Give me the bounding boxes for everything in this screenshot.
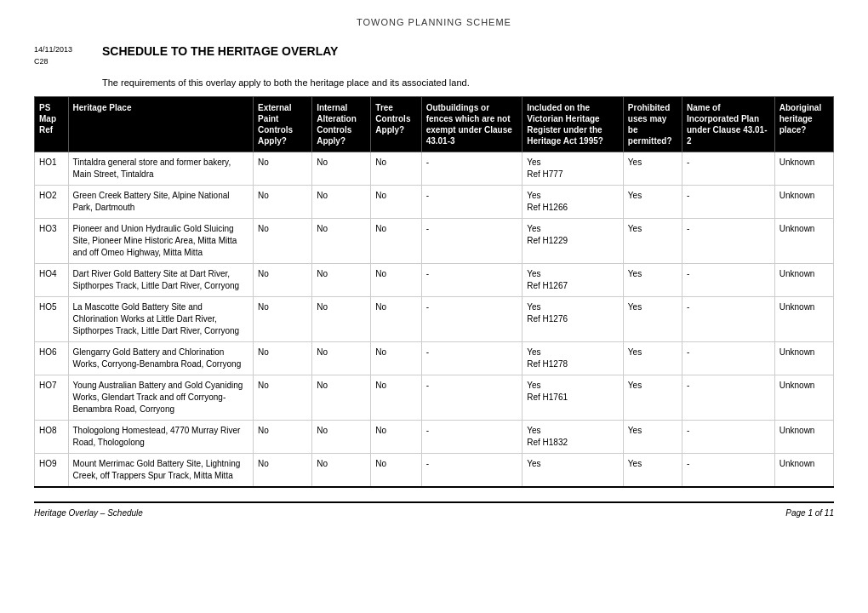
table-row: HO4Dart River Gold Battery Site at Dart … [35, 264, 834, 297]
col-header-proh: Prohibited uses may be permitted? [623, 97, 682, 152]
date-ref: 14/11/2013 C28 [34, 44, 94, 67]
footer-right: Page 1 of 11 [785, 508, 834, 518]
table-row: HO6Glengarry Gold Battery and Chlorinati… [35, 342, 834, 375]
cell-heritage: Tintaldra general store and former baker… [68, 152, 253, 186]
cell-inc: YesRef H1276 [523, 297, 624, 342]
cell-proh: Yes [623, 375, 682, 421]
cell-out: - [421, 375, 523, 421]
cell-heritage: Pioneer and Union Hydraulic Gold Sluicin… [68, 219, 253, 264]
page-footer: Heritage Overlay – Schedule Page 1 of 11 [34, 501, 834, 518]
cell-out: - [421, 454, 523, 488]
heritage-table: PS Map Ref Heritage Place External Paint… [34, 96, 834, 488]
col-header-int: Internal Alteration Controls Apply? [312, 97, 371, 152]
cell-ext: No [253, 219, 311, 264]
cell-ext: No [253, 152, 311, 186]
cell-tree: No [371, 264, 421, 297]
cell-ps: HO8 [35, 421, 69, 454]
table-row: HO2Green Creek Battery Site, Alpine Nati… [35, 186, 834, 219]
cell-tree: No [371, 375, 421, 421]
cell-name: - [682, 375, 775, 421]
cell-ps: HO1 [35, 152, 69, 186]
cell-name: - [682, 152, 775, 186]
table-row: HO3Pioneer and Union Hydraulic Gold Slui… [35, 219, 834, 264]
cell-ab: Unknown [774, 421, 833, 454]
col-header-heritage: Heritage Place [68, 97, 253, 152]
cell-name: - [682, 264, 775, 297]
cell-out: - [421, 152, 523, 186]
document-title: SCHEDULE TO THE HERITAGE OVERLAY [102, 44, 338, 58]
cell-tree: No [371, 421, 421, 454]
col-header-ps: PS Map Ref [35, 97, 69, 152]
cell-out: - [421, 264, 523, 297]
cell-name: - [682, 421, 775, 454]
cell-ab: Unknown [774, 186, 833, 219]
cell-inc: YesRef H1229 [523, 219, 624, 264]
table-row: HO8Thologolong Homestead, 4770 Murray Ri… [35, 421, 834, 454]
table-row: HO1Tintaldra general store and former ba… [35, 152, 834, 186]
cell-int: No [312, 454, 371, 488]
cell-tree: No [371, 186, 421, 219]
cell-inc: YesRef H777 [523, 152, 624, 186]
cell-ab: Unknown [774, 297, 833, 342]
cell-ext: No [253, 454, 311, 488]
cell-heritage: Dart River Gold Battery Site at Dart Riv… [68, 264, 253, 297]
cell-inc: YesRef H1278 [523, 342, 624, 375]
cell-int: No [312, 375, 371, 421]
cell-out: - [421, 421, 523, 454]
cell-ps: HO6 [35, 342, 69, 375]
table-body: HO1Tintaldra general store and former ba… [35, 152, 834, 488]
intro-text: The requirements of this overlay apply t… [102, 77, 834, 88]
col-header-name: Name of Incorporated Plan under Clause 4… [682, 97, 775, 152]
cell-tree: No [371, 297, 421, 342]
col-header-out: Outbuildings or fences which are not exe… [421, 97, 523, 152]
cell-proh: Yes [623, 186, 682, 219]
cell-name: - [682, 454, 775, 488]
cell-proh: Yes [623, 264, 682, 297]
col-header-ext: External Paint Controls Apply? [253, 97, 311, 152]
cell-proh: Yes [623, 421, 682, 454]
cell-int: No [312, 297, 371, 342]
cell-tree: No [371, 342, 421, 375]
cell-heritage: Thologolong Homestead, 4770 Murray River… [68, 421, 253, 454]
cell-ext: No [253, 297, 311, 342]
cell-name: - [682, 297, 775, 342]
cell-inc: Yes [523, 454, 624, 488]
cell-ps: HO5 [35, 297, 69, 342]
cell-ab: Unknown [774, 152, 833, 186]
document-header: 14/11/2013 C28 SCHEDULE TO THE HERITAGE … [34, 44, 834, 67]
cell-proh: Yes [623, 342, 682, 375]
cell-inc: YesRef H1761 [523, 375, 624, 421]
cell-ext: No [253, 264, 311, 297]
cell-ext: No [253, 421, 311, 454]
cell-out: - [421, 186, 523, 219]
cell-proh: Yes [623, 297, 682, 342]
cell-ps: HO7 [35, 375, 69, 421]
cell-proh: Yes [623, 219, 682, 264]
cell-ab: Unknown [774, 454, 833, 488]
cell-int: No [312, 342, 371, 375]
table-row: HO7Young Australian Battery and Gold Cya… [35, 375, 834, 421]
cell-inc: YesRef H1266 [523, 186, 624, 219]
cell-heritage: Mount Merrimac Gold Battery Site, Lightn… [68, 454, 253, 488]
table-header-row: PS Map Ref Heritage Place External Paint… [35, 97, 834, 152]
cell-heritage: La Mascotte Gold Battery Site and Chlori… [68, 297, 253, 342]
col-header-ab: Aboriginal heritage place? [774, 97, 833, 152]
cell-tree: No [371, 454, 421, 488]
cell-tree: No [371, 219, 421, 264]
page-header: Towong Planning Scheme [34, 17, 834, 27]
cell-proh: Yes [623, 454, 682, 488]
cell-ps: HO2 [35, 186, 69, 219]
cell-ab: Unknown [774, 264, 833, 297]
cell-ext: No [253, 342, 311, 375]
cell-out: - [421, 297, 523, 342]
cell-out: - [421, 219, 523, 264]
cell-ps: HO4 [35, 264, 69, 297]
table-row: HO9Mount Merrimac Gold Battery Site, Lig… [35, 454, 834, 488]
cell-name: - [682, 219, 775, 264]
cell-int: No [312, 152, 371, 186]
cell-inc: YesRef H1832 [523, 421, 624, 454]
cell-proh: Yes [623, 152, 682, 186]
cell-int: No [312, 186, 371, 219]
cell-int: No [312, 421, 371, 454]
cell-out: - [421, 342, 523, 375]
